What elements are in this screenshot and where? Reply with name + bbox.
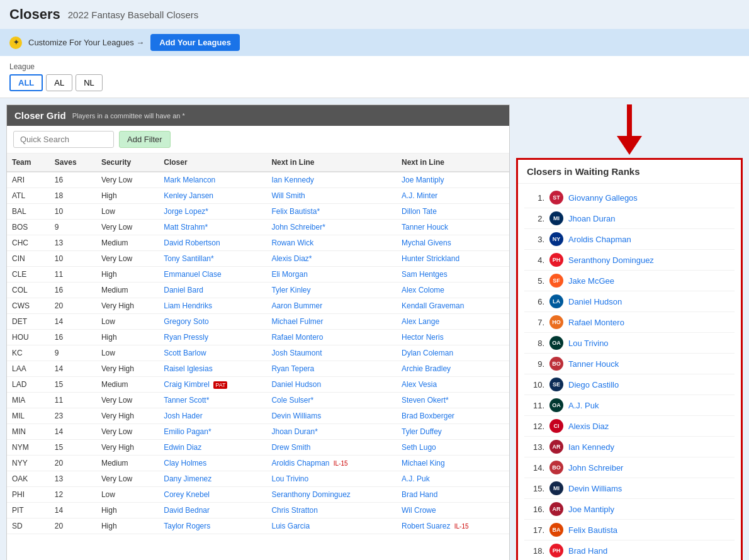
next1-link[interactable]: Eli Morgan <box>271 270 307 279</box>
closer-link[interactable]: Liam Hendriks <box>164 301 212 310</box>
next1-link[interactable]: John Schreiber* <box>271 223 325 232</box>
next1-link[interactable]: Rafael Montero <box>271 333 323 342</box>
closer-link[interactable]: Kenley Jansen <box>164 191 213 200</box>
next1-link[interactable]: Chris Stratton <box>271 506 317 515</box>
next2-link[interactable]: Robert Suarez <box>402 522 450 530</box>
next1-link[interactable]: Cole Sulser* <box>271 396 313 405</box>
next1-link[interactable]: Lou Trivino <box>271 474 308 483</box>
next2-link[interactable]: Mychal Givens <box>402 238 451 247</box>
next2-link[interactable]: Steven Okert* <box>402 396 449 405</box>
closer-link[interactable]: Scott Barlow <box>164 349 206 357</box>
closer-link[interactable]: Craig Kimbrel <box>164 380 210 389</box>
closer-link[interactable]: Taylor Rogers <box>164 522 210 530</box>
next2-link[interactable]: Wil Crowe <box>402 506 436 515</box>
next2-link[interactable]: Alex Vesia <box>402 380 437 389</box>
next1-link[interactable]: Tyler Kinley <box>271 286 310 294</box>
waiting-player-name[interactable]: Giovanny Gallegos <box>568 193 638 203</box>
closer-link[interactable]: Josh Hader <box>164 412 202 420</box>
next2-link[interactable]: Alex Lange <box>402 317 439 326</box>
next2-link[interactable]: Hector Neris <box>402 333 444 342</box>
next1-link[interactable]: Will Smith <box>271 191 305 200</box>
next1-link[interactable]: Rowan Wick <box>271 238 313 247</box>
closer-link[interactable]: Matt Strahm* <box>164 223 208 232</box>
next1-link[interactable]: Michael Fulmer <box>271 317 323 326</box>
cell-next1: Seranthony Dominguez <box>266 487 397 503</box>
closer-link[interactable]: Tanner Scott* <box>164 396 209 405</box>
next1-link[interactable]: Aaron Bummer <box>271 301 322 310</box>
waiting-player-name[interactable]: Aroldis Chapman <box>568 235 631 244</box>
next1-link[interactable]: Luis Garcia <box>271 522 310 530</box>
next1-link[interactable]: Seranthony Dominguez <box>271 490 350 499</box>
cell-saves: 14 <box>50 314 96 330</box>
waiting-player-name[interactable]: Ian Kennedy <box>568 442 614 452</box>
waiting-player-name[interactable]: Brad Hand <box>568 546 607 556</box>
waiting-player-name[interactable]: Tanner Houck <box>568 359 619 369</box>
page-subtitle: 2022 Fantasy Baseball Closers <box>68 9 199 20</box>
waiting-player-name[interactable]: Rafael Montero <box>568 318 624 327</box>
waiting-list: 1. ST Giovanny Gallegos 2. MI Jhoan Dura… <box>518 184 741 560</box>
next2-link[interactable]: Seth Lugo <box>402 443 436 452</box>
next1-link[interactable]: Alexis Diaz* <box>271 254 312 263</box>
next2-link[interactable]: Dillon Tate <box>402 207 437 216</box>
closer-link[interactable]: Emilio Pagan* <box>164 427 211 436</box>
next1-link[interactable]: Ian Kennedy <box>271 176 313 184</box>
closer-link[interactable]: Gregory Soto <box>164 317 208 326</box>
waiting-player-name[interactable]: Seranthony Dominguez <box>568 255 654 265</box>
closer-link[interactable]: Mark Melancon <box>164 176 215 184</box>
league-btn-all[interactable]: ALL <box>9 74 43 91</box>
next2-link[interactable]: Brad Boxberger <box>402 412 454 420</box>
next2-link[interactable]: Tyler Duffey <box>402 427 442 436</box>
waiting-player-name[interactable]: Jake McGee <box>568 276 614 286</box>
closer-link[interactable]: Raisel Iglesias <box>164 364 212 373</box>
closer-link[interactable]: David Robertson <box>164 238 220 247</box>
next2-link[interactable]: A.J. Puk <box>402 474 430 483</box>
waiting-player-name[interactable]: John Schreiber <box>568 463 623 473</box>
next2-link[interactable]: Sam Hentges <box>402 270 448 279</box>
next1-link[interactable]: Devin Williams <box>271 412 321 420</box>
next2-link[interactable]: Dylan Coleman <box>402 349 453 357</box>
closer-link[interactable]: Ryan Pressly <box>164 333 208 342</box>
waiting-player-name[interactable]: Joe Mantiply <box>568 505 614 514</box>
next2-link[interactable]: Alex Colome <box>402 286 444 294</box>
next1-link[interactable]: Josh Staumont <box>271 349 322 357</box>
closer-link[interactable]: Edwin Diaz <box>164 443 201 452</box>
search-input[interactable] <box>13 131 114 148</box>
league-btn-al[interactable]: AL <box>46 74 72 91</box>
next2-link[interactable]: Michael King <box>402 459 445 468</box>
closer-link[interactable]: Tony Santillan* <box>164 254 213 263</box>
next2-link[interactable]: Joe Mantiply <box>402 176 444 184</box>
next2-link[interactable]: Brad Hand <box>402 490 437 499</box>
next1-link[interactable]: Jhoan Duran* <box>271 427 317 436</box>
closer-link[interactable]: David Bednar <box>164 506 210 515</box>
waiting-player-name[interactable]: Jhoan Duran <box>568 214 615 223</box>
table-row: CHC 13 Medium David Robertson Rowan Wick… <box>7 235 509 251</box>
next2-link[interactable]: Archie Bradley <box>402 364 451 373</box>
waiting-player-name[interactable]: Devin Williams <box>568 484 622 493</box>
next1-link[interactable]: Felix Bautista* <box>271 207 320 216</box>
waiting-player-name[interactable]: A.J. Puk <box>568 401 599 410</box>
next2-link[interactable]: Kendall Graveman <box>402 301 464 310</box>
waiting-player-name[interactable]: Alexis Diaz <box>568 422 609 431</box>
closer-link[interactable]: Daniel Bard <box>164 286 203 294</box>
closer-link[interactable]: Corey Knebel <box>164 490 210 499</box>
waiting-player-name[interactable]: Lou Trivino <box>568 339 609 348</box>
league-btn-nl[interactable]: NL <box>76 74 103 91</box>
next1-link[interactable]: Daniel Hudson <box>271 380 321 389</box>
cell-security: Very High <box>96 408 159 424</box>
next1-link[interactable]: Aroldis Chapman <box>271 459 329 468</box>
closer-link[interactable]: Clay Holmes <box>164 459 206 468</box>
waiting-player-name[interactable]: Felix Bautista <box>568 525 617 535</box>
next2-link[interactable]: A.J. Minter <box>402 191 437 200</box>
closer-link[interactable]: Jorge Lopez* <box>164 207 208 216</box>
add-filter-button[interactable]: Add Filter <box>119 131 171 148</box>
next1-link[interactable]: Ryan Tepera <box>271 364 314 373</box>
cell-closer: Clay Holmes <box>159 456 266 471</box>
add-leagues-button[interactable]: Add Your Leagues <box>150 34 240 51</box>
closer-link[interactable]: Emmanuel Clase <box>164 270 221 279</box>
closer-link[interactable]: Dany Jimenez <box>164 474 211 483</box>
next2-link[interactable]: Hunter Strickland <box>402 254 459 263</box>
next2-link[interactable]: Tanner Houck <box>402 223 448 232</box>
waiting-player-name[interactable]: Daniel Hudson <box>568 297 622 306</box>
waiting-player-name[interactable]: Diego Castillo <box>568 380 619 389</box>
next1-link[interactable]: Drew Smith <box>271 443 310 452</box>
